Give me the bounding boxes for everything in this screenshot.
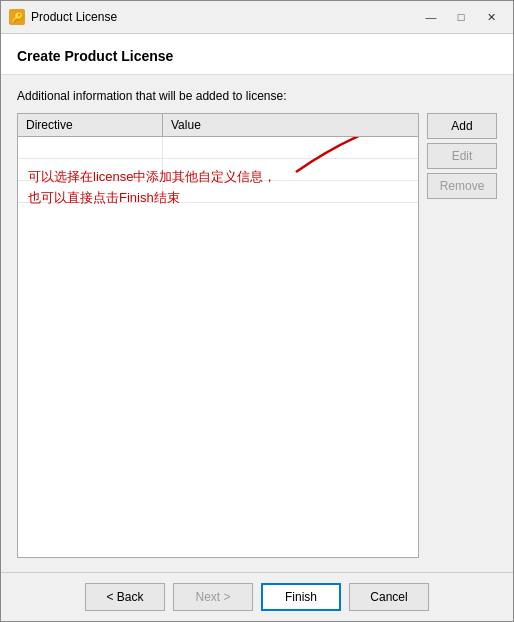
footer: < Back Next > Finish Cancel	[1, 572, 513, 621]
table-rows	[18, 137, 418, 203]
next-button[interactable]: Next >	[173, 583, 253, 611]
edit-button[interactable]: Edit	[427, 143, 497, 169]
finish-button[interactable]: Finish	[261, 583, 341, 611]
table-row	[18, 137, 418, 159]
maximize-button[interactable]: □	[447, 7, 475, 27]
table-wrapper: Directive Value 可以选择在license中添加其他自定义信息， …	[17, 113, 497, 558]
table-row	[18, 181, 418, 203]
title-bar-controls: — □ ✕	[417, 7, 505, 27]
table-header: Directive Value	[18, 114, 418, 137]
minimize-button[interactable]: —	[417, 7, 445, 27]
window-title: Product License	[31, 10, 417, 24]
back-button[interactable]: < Back	[85, 583, 165, 611]
table-body: 可以选择在license中添加其他自定义信息， 也可以直接点击Finish结束	[18, 137, 418, 557]
cancel-button[interactable]: Cancel	[349, 583, 429, 611]
page-title: Create Product License	[17, 48, 497, 64]
section-label: Additional information that will be adde…	[17, 89, 497, 103]
side-buttons: Add Edit Remove	[427, 113, 497, 558]
directive-table: Directive Value 可以选择在license中添加其他自定义信息， …	[17, 113, 419, 558]
remove-button[interactable]: Remove	[427, 173, 497, 199]
add-button[interactable]: Add	[427, 113, 497, 139]
window-icon-label: 🔑	[11, 12, 23, 23]
col-value-header: Value	[163, 114, 418, 136]
window-icon: 🔑	[9, 9, 25, 25]
col-directive-header: Directive	[18, 114, 163, 136]
page-header: Create Product License	[1, 34, 513, 75]
table-row	[18, 159, 418, 181]
title-bar: 🔑 Product License — □ ✕	[1, 1, 513, 34]
content-area: Additional information that will be adde…	[1, 75, 513, 572]
product-license-window: 🔑 Product License — □ ✕ Create Product L…	[0, 0, 514, 622]
close-button[interactable]: ✕	[477, 7, 505, 27]
